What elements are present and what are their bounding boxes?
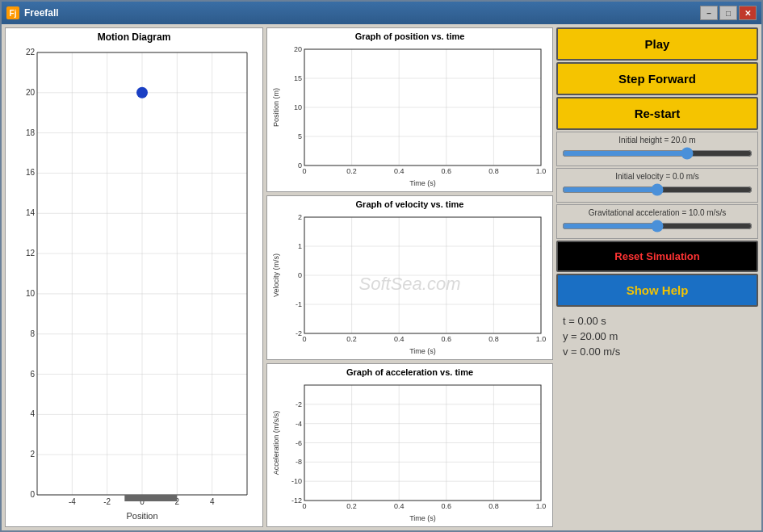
controls-panel: Play Step Forward Re-start Initial heigh…	[556, 27, 758, 527]
title-bar-buttons: – □ ✕	[700, 6, 757, 20]
initial-height-slider[interactable]	[562, 146, 753, 161]
acceleration-graph-area	[270, 379, 549, 523]
gravitational-acceleration-slider[interactable]	[562, 219, 753, 233]
restart-button[interactable]: Re-start	[556, 97, 758, 130]
close-button[interactable]: ✕	[739, 6, 757, 20]
gravitational-acceleration-label: Gravitational acceleration = 10.0 m/s/s	[562, 208, 753, 217]
position-stat: y = 20.00 m	[563, 330, 752, 342]
velocity-stat: v = 0.00 m/s	[563, 346, 752, 358]
window-title: Freefall	[24, 7, 695, 19]
position-graph-container: Graph of position vs. time	[266, 27, 553, 192]
motion-canvas	[9, 44, 259, 523]
gravitational-acceleration-section: Gravitational acceleration = 10.0 m/s/s	[556, 204, 758, 239]
position-graph-title: Graph of position vs. time	[270, 31, 549, 41]
motion-diagram-panel: Motion Diagram	[5, 27, 263, 527]
motion-diagram-canvas	[9, 44, 259, 523]
initial-velocity-label: Initial velocity = 0.0 m/s	[562, 172, 753, 181]
main-content: Motion Diagram Graph of position vs. tim…	[2, 24, 761, 530]
velocity-graph-area	[270, 211, 549, 356]
acceleration-graph-container: Graph of acceleration vs. time	[266, 363, 553, 527]
app-icon-text: Fj	[10, 9, 17, 18]
show-help-button[interactable]: Show Help	[556, 274, 758, 307]
acceleration-graph-title: Graph of acceleration vs. time	[270, 367, 549, 377]
velocity-canvas	[270, 211, 549, 356]
title-bar: Fj Freefall – □ ✕	[2, 2, 761, 24]
initial-velocity-section: Initial velocity = 0.0 m/s	[556, 168, 758, 203]
time-stat: t = 0.00 s	[563, 315, 752, 327]
step-forward-button[interactable]: Step Forward	[556, 62, 758, 95]
play-button[interactable]: Play	[556, 27, 758, 61]
acceleration-canvas	[270, 379, 549, 523]
graphs-panel: Graph of position vs. time Graph of velo…	[266, 27, 553, 527]
minimize-button[interactable]: –	[700, 6, 718, 20]
main-window: Fj Freefall – □ ✕ Motion Diagram Graph o…	[0, 0, 763, 532]
motion-diagram-title: Motion Diagram	[9, 31, 259, 43]
app-icon: Fj	[6, 6, 19, 19]
maximize-button[interactable]: □	[719, 6, 737, 20]
initial-height-label: Initial height = 20.0 m	[562, 136, 753, 145]
position-canvas	[270, 43, 549, 188]
position-graph-area	[270, 43, 549, 188]
initial-velocity-slider[interactable]	[562, 182, 753, 197]
velocity-graph-container: Graph of velocity vs. time	[266, 195, 553, 360]
velocity-graph-title: Graph of velocity vs. time	[270, 199, 549, 209]
reset-simulation-button[interactable]: Reset Simulation	[556, 241, 758, 272]
stats-section: t = 0.00 s y = 20.00 m v = 0.00 m/s	[556, 310, 758, 362]
initial-height-section: Initial height = 20.0 m	[556, 132, 758, 166]
